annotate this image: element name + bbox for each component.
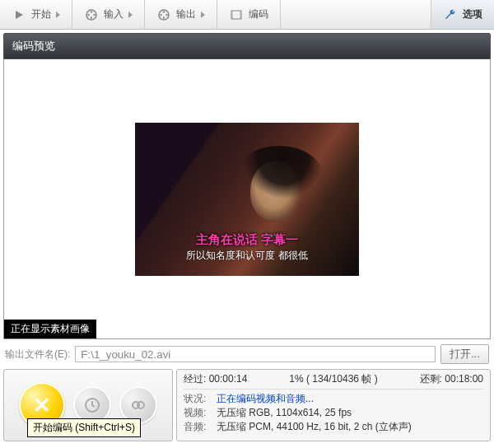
status-label: 状况: [184, 392, 212, 406]
chevron-right-icon [201, 12, 205, 18]
svg-point-3 [93, 13, 95, 15]
start-label: 开始 [31, 7, 51, 21]
encode-tooltip: 开始编码 (Shift+Ctrl+S) [27, 418, 141, 437]
svg-point-5 [87, 13, 89, 15]
play-icon [12, 7, 26, 22]
encode-label: 编码 [249, 7, 268, 21]
video-label: 视频: [184, 406, 212, 420]
subtitle-secondary: 所以知名度和认可度 都很低 [135, 249, 359, 263]
output-file-input[interactable] [75, 346, 436, 362]
control-panel: 开始编码 (Shift+Ctrl+S) [3, 369, 173, 441]
input-tab[interactable]: 输入 [72, 0, 145, 29]
progress-text: 1% ( 134/10436 帧 ) [247, 372, 419, 386]
clock-icon [83, 396, 101, 414]
options-label: 选项 [463, 7, 482, 21]
svg-point-7 [163, 11, 165, 12]
elapsed-text: 经过: 00:00:14 [184, 372, 247, 386]
audio-label: 音频: [184, 420, 212, 434]
preview-thumbnail: 主角在说话 字幕一 所以知名度和认可度 都很低 [135, 123, 359, 276]
input-label: 输入 [104, 7, 124, 21]
encode-tab[interactable]: 编码 [217, 0, 281, 29]
remain-text: 还剩: 00:18:00 [420, 372, 483, 386]
preview-panel-header: 编码预览 [3, 33, 491, 59]
reel-icon [84, 7, 99, 22]
output-file-row: 输出文件名(E): 打开... [3, 339, 491, 369]
progress-row: 经过: 00:00:14 1% ( 134/10436 帧 ) 还剩: 00:1… [184, 372, 483, 390]
preview-status-tag: 正在显示素材画像 [4, 320, 96, 338]
video-value: 无压缩 RGB, 1104x614, 25 fps [217, 406, 352, 420]
output-tab[interactable]: 输出 [145, 0, 217, 29]
main-toolbar: 开始 输入 输出 编码 选项 [0, 0, 494, 30]
chevron-right-icon [56, 12, 60, 18]
video-row: 视频: 无压缩 RGB, 1104x614, 25 fps [184, 406, 483, 420]
options-tab[interactable]: 选项 [431, 0, 494, 29]
output-label: 输出 [176, 7, 196, 21]
reel-icon [156, 7, 171, 22]
film-icon [229, 7, 244, 22]
chevron-right-icon [128, 12, 133, 18]
svg-marker-0 [16, 11, 23, 19]
status-row: 状况: 正在编码视频和音频... [184, 392, 483, 406]
audio-value: 无压缩 PCM, 44100 Hz, 16 bit, 2 ch (立体声) [217, 420, 412, 434]
preview-area: 主角在说话 字幕一 所以知名度和认可度 都很低 正在显示素材画像 [3, 59, 491, 339]
wrench-icon [443, 7, 458, 22]
status-value[interactable]: 正在编码视频和音频... [217, 392, 314, 406]
link-icon [129, 396, 147, 414]
svg-point-9 [163, 16, 165, 18]
browse-button[interactable]: 打开... [440, 344, 489, 364]
info-panel: 经过: 00:00:14 1% ( 134/10436 帧 ) 还剩: 00:1… [176, 369, 491, 441]
svg-point-4 [91, 16, 92, 18]
svg-point-2 [91, 11, 92, 12]
svg-point-8 [165, 13, 167, 15]
svg-rect-12 [231, 11, 233, 19]
output-file-label: 输出文件名(E): [5, 348, 70, 362]
svg-rect-13 [240, 11, 241, 19]
audio-row: 音频: 无压缩 PCM, 44100 Hz, 16 bit, 2 ch (立体声… [184, 420, 483, 434]
subtitle-primary: 主角在说话 字幕一 [135, 232, 359, 248]
start-tab[interactable]: 开始 [0, 0, 72, 29]
svg-point-10 [160, 13, 161, 15]
